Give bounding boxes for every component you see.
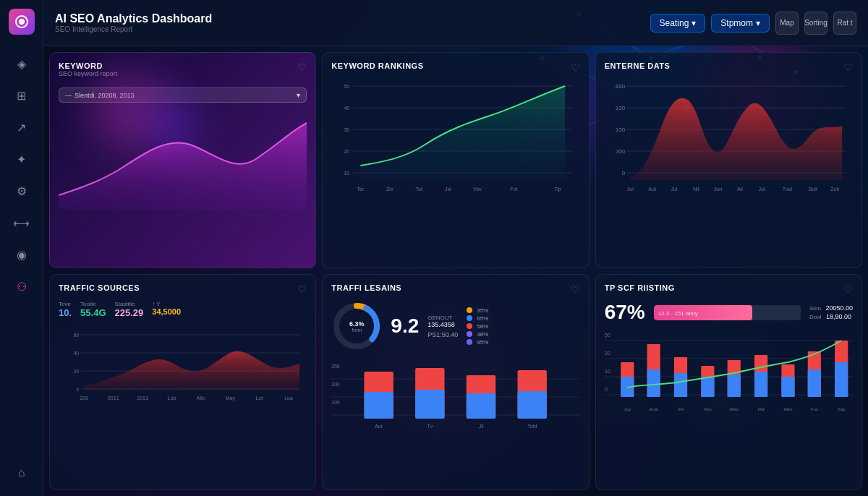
progress-bar-fill: 12.3 - 151 atloy: [654, 305, 752, 320]
ps-label: PS1:50.40: [427, 331, 458, 338]
sion-value: 20050.00: [825, 304, 853, 312]
sidebar: ◈ ⊞ ↗ ✦ ⚙ ⟷ ◉ ⚇ ⌂: [0, 0, 43, 496]
app-title: AI SEO Analytics Dashboard: [55, 12, 642, 25]
traffic-stat-tootle: Tootle 55.4G: [80, 301, 106, 318]
svg-text:May: May: [226, 395, 236, 401]
svg-text:Aur: Aur: [375, 424, 383, 429]
map-label: Map: [780, 19, 793, 27]
svg-rect-109: [727, 375, 740, 397]
rankings-heart-icon[interactable]: ♡: [571, 61, 580, 73]
svg-text:2013: 2013: [137, 395, 148, 401]
svg-text:20: 20: [344, 149, 350, 154]
seating-button[interactable]: Seating ▾: [650, 14, 706, 33]
keyword-card-header: Keyword SEO keyword report ♡: [59, 61, 307, 82]
traffic-sources-card: TRAFFIC SOURCES ♡ Tove 10. Tootle 55.4G …: [49, 274, 316, 490]
svg-text:100: 100: [615, 127, 625, 133]
svg-text:Tot: Tot: [416, 187, 422, 192]
svg-text:Vov: Vov: [473, 187, 482, 192]
svg-text:Fot: Fot: [511, 187, 518, 192]
legend-item-2: 65%: [467, 315, 488, 322]
genout-label: GENOUT: [427, 315, 452, 321]
svg-text:Axo: Axo: [704, 407, 712, 411]
sidebar-item-home[interactable]: ⌂: [9, 460, 35, 486]
traffic-leasing-heart-icon[interactable]: ♡: [571, 283, 580, 295]
sort-button[interactable]: Sorting: [804, 12, 827, 35]
svg-text:All: All: [737, 187, 743, 192]
sidebar-item-settings[interactable]: ⚙: [9, 178, 35, 204]
seating-label: Seating: [660, 18, 689, 28]
legend-item-1: 35%: [467, 307, 488, 314]
dashboard-grid: Keyword SEO keyword report ♡ — Slentdi, …: [43, 46, 868, 496]
logo: [9, 9, 35, 35]
rate-button[interactable]: Rat t: [833, 12, 856, 35]
sidebar-item-share[interactable]: ↗: [9, 114, 35, 140]
stat-y-label: ↑ Y: [152, 301, 181, 307]
sidebar-item-user[interactable]: ◉: [9, 241, 35, 268]
traffic-sources-heart-icon[interactable]: ♡: [297, 283, 307, 295]
svg-rect-107: [701, 377, 714, 397]
score-values: Sion 20050.00 Dool 18,90.00: [809, 304, 853, 320]
keyword-heart-icon[interactable]: ♡: [297, 61, 307, 73]
leasing-stats: GENOUT 135.4358 PS1:50.40: [427, 314, 458, 338]
sort-label: Sorting: [804, 19, 827, 27]
keyword-chart: [59, 108, 307, 210]
svg-text:Juno: Juno: [649, 407, 659, 411]
svg-text:180: 180: [615, 83, 625, 90]
svg-text:Sqp: Sqp: [837, 407, 845, 411]
sidebar-item-grid[interactable]: ⊞: [9, 82, 35, 108]
dool-value: 18,90.00: [826, 313, 851, 320]
svg-text:Zolt: Zolt: [830, 187, 839, 192]
svg-text:Jul: Jul: [758, 187, 765, 192]
traffic-area-chart: 60 40 20 0 200 2011 2013 Lub Alto May Lu…: [59, 324, 307, 396]
chevron-down-icon: ▾: [692, 18, 696, 28]
app-subtitle: SEO Intelligence Report: [55, 25, 642, 33]
svg-text:Lut: Lut: [256, 395, 263, 401]
score-value-1: Sion 20050.00: [809, 304, 853, 312]
donut-sub: from: [352, 328, 362, 333]
svg-text:0: 0: [621, 170, 625, 176]
svg-text:Zio: Zio: [386, 187, 393, 192]
svg-rect-117: [835, 362, 848, 397]
svg-text:Vel: Vel: [677, 407, 683, 411]
segment-button[interactable]: Stpmom ▾: [711, 14, 770, 33]
svg-text:40: 40: [73, 351, 79, 356]
svg-text:Jul: Jul: [626, 187, 633, 192]
genout-value: 135.4358: [427, 321, 455, 328]
main-content: AI SEO Analytics Dashboard SEO Intellige…: [43, 0, 868, 496]
enterprise-chart: 180 120 100 200 0 Jul Aut Jul Nlt Jun Al…: [605, 79, 853, 194]
svg-text:Lub: Lub: [168, 395, 176, 401]
rankings-card: KEYWORD RANKINGS ♡: [322, 52, 589, 268]
svg-text:200: 200: [80, 395, 88, 401]
keyword-dropdown[interactable]: — Slentdi, 20208, 2013 ▾: [59, 87, 307, 103]
svg-text:Ter: Ter: [357, 187, 365, 192]
sidebar-item-people[interactable]: ⚇: [9, 273, 35, 299]
svg-text:50: 50: [605, 333, 610, 338]
top-score-heart-icon[interactable]: ♡: [843, 283, 853, 295]
map-button[interactable]: Map: [775, 12, 799, 35]
top-score-header: TP SCF RIISTING ♡: [605, 283, 853, 295]
traffic-stat-stastille: Stastille 225.29: [115, 301, 144, 318]
svg-text:350: 350: [331, 364, 340, 369]
svg-text:10: 10: [605, 369, 610, 374]
sidebar-item-analytics[interactable]: ◈: [9, 51, 35, 77]
legend-item-3: 58%: [467, 323, 488, 330]
svg-text:30: 30: [344, 127, 350, 132]
svg-text:200: 200: [615, 148, 625, 155]
svg-text:10: 10: [344, 171, 350, 176]
svg-text:100: 100: [331, 400, 340, 405]
svg-text:IAd: IAd: [757, 407, 764, 411]
sidebar-item-star[interactable]: ✦: [9, 146, 35, 172]
leasing-stat-genout: GENOUT 135.4358: [427, 314, 458, 328]
svg-rect-105: [674, 373, 687, 397]
svg-text:0: 0: [76, 387, 79, 392]
svg-text:Aut: Aut: [648, 187, 656, 192]
big-number-block: 9.2: [391, 315, 419, 338]
svg-text:Jll: Jll: [479, 424, 484, 429]
score-percent: 67%: [605, 301, 645, 324]
sidebar-item-filter[interactable]: ⟷: [9, 210, 35, 236]
svg-rect-83: [415, 390, 444, 419]
enterprise-heart-icon[interactable]: ♡: [843, 61, 853, 73]
svg-text:Jul: Jul: [445, 187, 451, 192]
svg-text:Bult: Bult: [808, 187, 817, 192]
dool-label: Dool: [809, 314, 821, 320]
